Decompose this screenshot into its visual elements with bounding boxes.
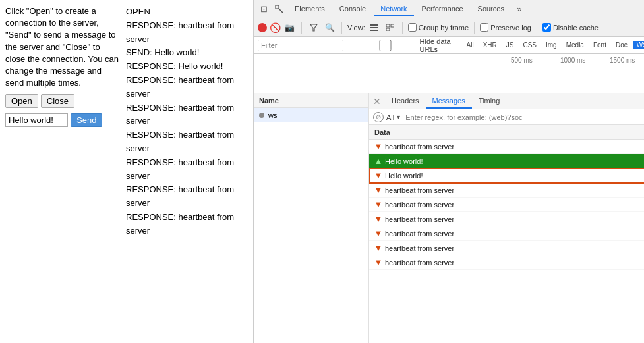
arrow-down-icon: ▼: [374, 259, 382, 267]
view-label: View:: [347, 24, 365, 32]
filter-tab-all[interactable]: All: [463, 41, 478, 49]
preserve-log-label: Preserve log: [490, 24, 531, 32]
filter-type-tabs: AllXHRJSCSSImgMediaFontDocWSManifestOthe…: [463, 41, 644, 49]
arrow-down-icon: ▼: [374, 215, 382, 223]
devtools-main: Name ws ✕ Headers Messages Timing ⊘ All …: [254, 93, 644, 343]
message-text: Hello world!: [385, 172, 644, 180]
message-regex-filter[interactable]: [403, 111, 644, 123]
all-filter-label: All: [386, 113, 394, 121]
message-row[interactable]: ▲Hello world!...0...: [369, 154, 644, 169]
filter-tab-doc[interactable]: Doc: [612, 41, 631, 49]
log-entry: SEND: Hello world!: [126, 46, 248, 60]
tab-console[interactable]: Console: [333, 2, 372, 16]
timeline-label: 500 ms: [511, 57, 560, 64]
tab-performance[interactable]: Performance: [415, 2, 470, 16]
divider-2: [341, 22, 342, 34]
view-list-icon[interactable]: [368, 21, 381, 34]
close-button[interactable]: Close: [41, 94, 74, 108]
message-row[interactable]: ▼heartbeat from server...0...: [369, 183, 644, 198]
arrow-down-icon: ▼: [374, 230, 382, 238]
arrow-down-icon: ▼: [374, 143, 382, 151]
view-grid-icon[interactable]: [384, 21, 397, 34]
close-panel-button[interactable]: ✕: [369, 96, 385, 107]
send-button[interactable]: Send: [71, 113, 102, 127]
svg-rect-7: [391, 24, 394, 27]
filter-tab-js[interactable]: JS: [502, 41, 518, 49]
ws-item[interactable]: ws: [254, 108, 368, 122]
svg-rect-0: [276, 5, 279, 9]
message-text: heartbeat from server: [385, 244, 644, 252]
left-panel: Click "Open" to create a connection to t…: [0, 0, 254, 343]
timeline-labels: 500 ms1000 ms1500 ms2000 ms2500 ms3000 m…: [511, 57, 644, 64]
divider-5: [537, 22, 537, 34]
record-button[interactable]: [258, 23, 267, 32]
log-entry: RESPONSE: heartbeat from server: [126, 183, 248, 211]
tab-messages[interactable]: Messages: [426, 94, 472, 109]
timeline-label: 1000 ms: [560, 57, 610, 64]
preserve-log-checkbox[interactable]: [480, 23, 488, 32]
filter-tab-media[interactable]: Media: [562, 41, 588, 49]
message-row[interactable]: ▼heartbeat from server...0...: [369, 226, 644, 241]
log-column: OPENRESPONSE: heartbeat from serverSEND:…: [126, 5, 248, 338]
network-toolbar: 🚫 📷 🔍 View: Group by frame Preserve log …: [254, 18, 644, 37]
arrow-down-icon: ▼: [374, 201, 382, 209]
group-by-frame-label: Group by frame: [419, 24, 469, 32]
group-by-frame-checkbox[interactable]: [408, 23, 417, 32]
arrow-down-icon: ▼: [374, 172, 382, 180]
message-row[interactable]: ▼heartbeat from server...0...: [369, 241, 644, 255]
message-input[interactable]: [5, 113, 68, 127]
svg-rect-3: [370, 24, 378, 26]
tab-elements[interactable]: Elements: [288, 2, 332, 16]
message-row[interactable]: ▼heartbeat from server...0...: [369, 212, 644, 226]
message-row[interactable]: ▼heartbeat from server...0...: [369, 255, 644, 270]
svg-rect-8: [386, 28, 390, 31]
filter-tab-xhr[interactable]: XHR: [479, 41, 501, 49]
name-column-header: Name: [254, 93, 368, 108]
tab-network[interactable]: Network: [374, 2, 413, 16]
message-row[interactable]: ▼Hello world!...0...: [369, 169, 644, 183]
tab-timing[interactable]: Timing: [472, 94, 507, 109]
camera-icon[interactable]: 📷: [283, 21, 296, 34]
filter-tab-ws[interactable]: WS: [633, 41, 644, 49]
filter-circle-icon[interactable]: ⊘: [373, 112, 384, 122]
name-pane: Name ws: [254, 93, 369, 343]
more-tabs-icon[interactable]: »: [512, 2, 527, 16]
filter-tab-css[interactable]: CSS: [519, 41, 541, 49]
timeline-row: 500 ms1000 ms1500 ms2000 ms2500 ms3000 m…: [254, 54, 644, 93]
message-text: heartbeat from server: [385, 143, 644, 151]
tab-headers[interactable]: Headers: [385, 94, 426, 109]
inspect-icon[interactable]: [272, 2, 287, 16]
description-column: Click "Open" to create a connection to t…: [5, 5, 121, 338]
message-row[interactable]: ▼heartbeat from server...0...: [369, 198, 644, 212]
log-entry: RESPONSE: heartbeat from server: [126, 156, 248, 184]
network-filter-row: Hide data URLs AllXHRJSCSSImgMediaFontDo…: [254, 37, 644, 54]
controls-row: Open Close: [5, 94, 121, 108]
message-text: heartbeat from server: [385, 186, 644, 194]
open-button[interactable]: Open: [5, 94, 38, 108]
log-entry: RESPONSE: heartbeat from server: [126, 19, 248, 47]
disable-cache-wrap: Disable cache: [542, 23, 599, 32]
network-filter-input[interactable]: [258, 40, 343, 51]
filter-tab-img[interactable]: Img: [542, 41, 561, 49]
message-text: heartbeat from server: [385, 259, 644, 267]
ws-item-label: ws: [268, 111, 277, 119]
tab-sources[interactable]: Sources: [471, 2, 511, 16]
message-text: heartbeat from server: [385, 201, 644, 209]
svg-marker-2: [310, 24, 317, 31]
filter-dropdown-arrow[interactable]: ▾: [397, 113, 400, 120]
log-entry: RESPONSE: heartbeat from server: [126, 74, 248, 101]
hide-data-urls-checkbox[interactable]: [353, 40, 418, 51]
arrow-up-icon: ▲: [374, 157, 382, 165]
disable-cache-checkbox[interactable]: [542, 23, 551, 32]
cursor-icon[interactable]: ⊡: [256, 2, 271, 16]
messages-pane: ✕ Headers Messages Timing ⊘ All ▾ Data .…: [369, 93, 644, 343]
log-entry: RESPONSE: heartbeat from server: [126, 211, 248, 238]
filter-tab-font[interactable]: Font: [589, 41, 610, 49]
filter-icon[interactable]: [307, 21, 320, 34]
clear-button[interactable]: 🚫: [270, 22, 280, 33]
arrow-down-icon: ▼: [374, 244, 382, 252]
description-text: Click "Open" to create a connection to t…: [5, 5, 121, 89]
message-row[interactable]: ▼heartbeat from server...0...: [369, 140, 644, 154]
search-icon[interactable]: 🔍: [323, 21, 336, 34]
devtools-tabbar: ⊡ Elements Console Network Performance S…: [254, 0, 644, 18]
